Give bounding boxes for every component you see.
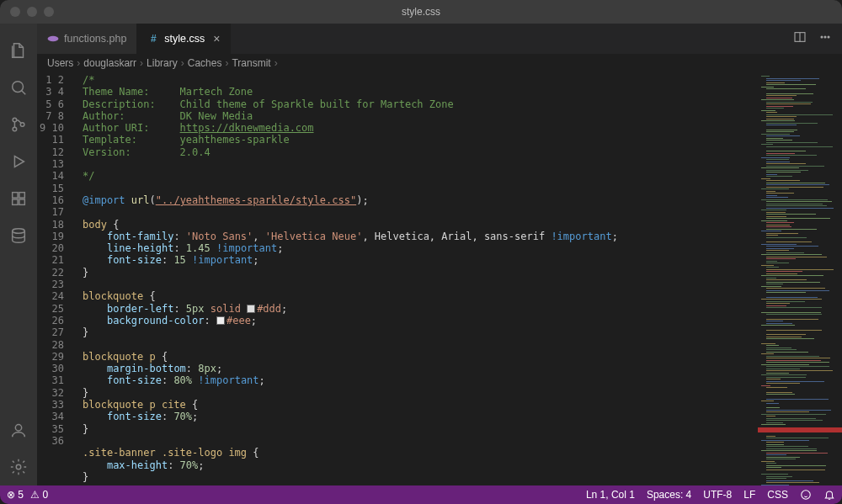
breadcrumb-seg[interactable]: Transmit: [232, 57, 270, 69]
tab-actions: [793, 24, 842, 54]
traffic-lights: [10, 7, 54, 17]
svg-point-13: [821, 36, 823, 38]
extensions-icon[interactable]: [0, 180, 37, 217]
tab-style-css[interactable]: # style.css ×: [137, 24, 231, 54]
svg-rect-7: [19, 193, 24, 198]
tab-bar: functions.php # style.css ×: [37, 24, 842, 54]
settings-gear-icon[interactable]: [0, 448, 37, 485]
svg-point-0: [13, 82, 24, 93]
code-content[interactable]: /* Theme Name: Martech Zone Description:…: [77, 72, 758, 485]
status-cursor-position[interactable]: Ln 1, Col 1: [586, 489, 635, 501]
tab-label: style.css: [164, 33, 205, 45]
close-window-button[interactable]: [10, 7, 20, 17]
run-debug-icon[interactable]: [0, 143, 37, 180]
chevron-right-icon: ›: [225, 57, 228, 69]
search-icon[interactable]: [0, 69, 37, 106]
source-control-icon[interactable]: [0, 106, 37, 143]
chevron-right-icon: ›: [181, 57, 184, 69]
zoom-window-button[interactable]: [44, 7, 54, 17]
chevron-right-icon: ›: [274, 57, 278, 69]
svg-point-16: [802, 491, 811, 500]
line-number-gutter: 1 2 3 4 5 6 7 8 9 10 11 12 13 14 15 16 1…: [37, 72, 77, 485]
tab-functions-php[interactable]: functions.php: [37, 24, 137, 54]
status-warnings[interactable]: ⚠ 0: [30, 489, 48, 501]
notifications-bell-icon[interactable]: [823, 489, 835, 501]
breadcrumb: Users› douglaskarr› Library› Caches› Tra…: [37, 54, 842, 72]
svg-point-14: [824, 36, 826, 38]
chevron-right-icon: ›: [140, 57, 143, 69]
status-errors[interactable]: ⊗ 5: [7, 489, 24, 501]
minimize-window-button[interactable]: [27, 7, 37, 17]
svg-point-3: [20, 123, 24, 127]
svg-point-8: [13, 229, 25, 234]
explorer-icon[interactable]: [0, 32, 37, 69]
window-titlebar: style.css: [0, 0, 842, 24]
svg-rect-4: [13, 193, 18, 198]
error-icon: ⊗: [7, 489, 15, 501]
svg-point-2: [13, 127, 17, 131]
svg-rect-6: [19, 199, 24, 204]
status-eol[interactable]: LF: [743, 489, 755, 501]
code-editor[interactable]: 1 2 3 4 5 6 7 8 9 10 11 12 13 14 15 16 1…: [37, 72, 758, 485]
svg-rect-5: [13, 199, 18, 204]
database-icon[interactable]: [0, 217, 37, 254]
breadcrumb-seg[interactable]: Library: [147, 57, 178, 69]
tab-label: functions.php: [64, 33, 126, 45]
close-tab-icon[interactable]: ×: [213, 32, 220, 45]
status-indentation[interactable]: Spaces: 4: [647, 489, 691, 501]
warning-icon: ⚠: [30, 489, 40, 501]
split-editor-icon[interactable]: [793, 30, 807, 47]
php-file-icon: [47, 33, 59, 45]
status-bar: ⊗ 5 ⚠ 0 Ln 1, Col 1 Spaces: 4 UTF-8 LF C…: [0, 485, 842, 504]
svg-point-15: [828, 36, 829, 38]
breadcrumb-seg[interactable]: Caches: [188, 57, 222, 69]
svg-point-11: [48, 36, 59, 41]
accounts-icon[interactable]: [0, 411, 37, 448]
more-actions-icon[interactable]: [818, 30, 832, 47]
status-language[interactable]: CSS: [767, 489, 788, 501]
minimap[interactable]: [758, 72, 842, 485]
breadcrumb-seg[interactable]: Users: [47, 57, 73, 69]
chevron-right-icon: ›: [77, 57, 80, 69]
css-file-icon: #: [147, 33, 159, 45]
feedback-icon[interactable]: [800, 489, 812, 501]
breadcrumb-seg[interactable]: douglaskarr: [83, 57, 136, 69]
svg-point-10: [16, 464, 21, 470]
status-encoding[interactable]: UTF-8: [703, 489, 732, 501]
svg-point-9: [15, 425, 21, 431]
window-title: style.css: [0, 6, 842, 18]
svg-point-1: [13, 118, 17, 122]
activity-bar: [0, 24, 37, 485]
